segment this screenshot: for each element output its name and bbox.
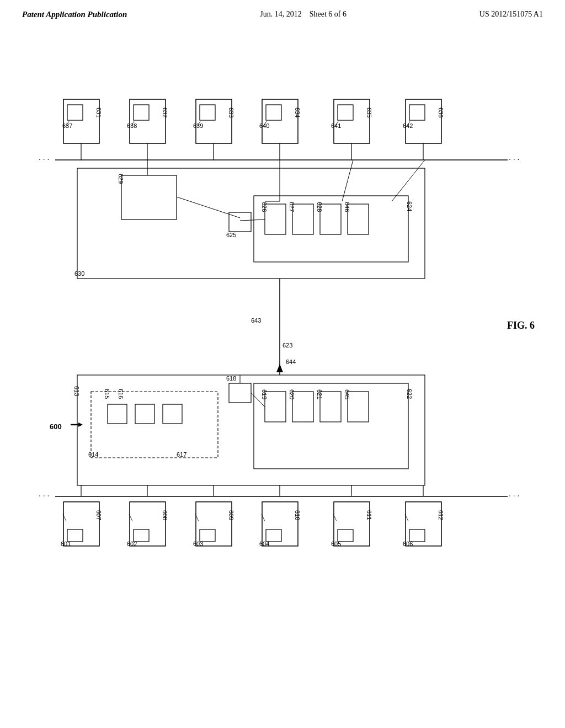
header-right-text: US 2012/151075 A1 [479, 10, 543, 19]
svg-text:625: 625 [226, 232, 236, 238]
svg-text:608: 608 [162, 510, 168, 520]
svg-rect-117 [266, 529, 281, 542]
header-left-text: Patent Application Publication [22, 10, 127, 19]
svg-rect-10 [196, 99, 232, 143]
svg-rect-101 [63, 502, 99, 546]
svg-rect-43 [254, 196, 408, 262]
svg-marker-132 [78, 422, 83, 427]
svg-text:646: 646 [344, 202, 350, 212]
svg-text:617: 617 [177, 451, 186, 458]
svg-rect-77 [163, 404, 182, 424]
svg-text:614: 614 [88, 451, 98, 458]
svg-text:630: 630 [74, 270, 84, 277]
svg-text:611: 611 [366, 510, 372, 520]
svg-text:620: 620 [289, 389, 295, 399]
svg-text:618: 618 [226, 375, 236, 382]
svg-text:632: 632 [162, 108, 168, 117]
svg-text:624: 624 [406, 201, 413, 211]
svg-text:626: 626 [261, 202, 268, 212]
svg-line-55 [240, 220, 265, 221]
svg-rect-5 [130, 99, 166, 143]
svg-rect-78 [229, 383, 251, 403]
svg-rect-116 [262, 502, 298, 546]
svg-text:639: 639 [193, 122, 203, 129]
svg-rect-6 [134, 105, 149, 120]
svg-text:612: 612 [438, 510, 444, 520]
svg-text:613: 613 [73, 386, 80, 396]
svg-text:641: 641 [331, 122, 341, 129]
patent-diagram-svg: 631 637 632 638 633 639 634 640 635 641 … [33, 83, 530, 689]
svg-text:643: 643 [251, 317, 261, 324]
header-center-text: Jun. 14, 2012 Sheet 6 of 6 [260, 10, 347, 19]
svg-rect-41 [121, 175, 177, 220]
svg-text:623: 623 [282, 342, 292, 349]
svg-text:. . .: . . . [509, 153, 519, 162]
svg-rect-11 [200, 105, 215, 120]
svg-rect-21 [338, 105, 353, 120]
svg-rect-106 [130, 502, 166, 546]
svg-rect-20 [334, 99, 370, 143]
svg-rect-112 [200, 529, 215, 542]
svg-text:609: 609 [228, 510, 234, 520]
svg-text:627: 627 [289, 202, 295, 212]
svg-line-56 [177, 197, 240, 218]
svg-rect-16 [266, 105, 281, 120]
svg-rect-107 [134, 529, 149, 542]
svg-text:. . .: . . . [39, 153, 49, 162]
svg-text:635: 635 [366, 108, 372, 117]
svg-text:621: 621 [316, 389, 323, 399]
svg-text:. . .: . . . [509, 489, 519, 498]
svg-rect-25 [406, 99, 441, 143]
svg-rect-1 [67, 105, 83, 120]
page-header: Patent Application Publication Jun. 14, … [0, 0, 565, 25]
svg-rect-26 [409, 105, 425, 120]
svg-text:603: 603 [193, 540, 203, 547]
svg-rect-76 [135, 404, 154, 424]
svg-text:. . .: . . . [39, 489, 49, 498]
svg-text:600: 600 [50, 422, 62, 431]
svg-text:631: 631 [95, 108, 102, 117]
svg-rect-15 [262, 99, 298, 143]
svg-rect-121 [334, 502, 370, 546]
svg-text:607: 607 [95, 510, 102, 520]
svg-rect-75 [108, 404, 127, 424]
svg-text:604: 604 [259, 540, 269, 547]
svg-text:629: 629 [118, 174, 124, 184]
svg-text:619: 619 [261, 389, 268, 399]
svg-text:615: 615 [104, 389, 110, 399]
svg-rect-126 [406, 502, 441, 546]
svg-text:610: 610 [294, 510, 301, 520]
svg-text:633: 633 [228, 108, 234, 117]
svg-rect-70 [91, 392, 218, 458]
svg-text:602: 602 [127, 540, 137, 547]
svg-rect-122 [338, 529, 353, 542]
svg-text:605: 605 [331, 540, 341, 547]
svg-text:640: 640 [259, 122, 269, 129]
svg-text:645: 645 [344, 389, 350, 399]
svg-text:642: 642 [403, 122, 413, 129]
svg-text:606: 606 [403, 540, 413, 547]
svg-line-61 [392, 160, 425, 201]
svg-text:634: 634 [294, 108, 301, 117]
svg-text:601: 601 [61, 540, 71, 547]
svg-line-60 [342, 160, 353, 201]
svg-text:644: 644 [286, 358, 296, 365]
svg-rect-80 [254, 383, 408, 469]
svg-text:638: 638 [127, 122, 137, 129]
svg-text:622: 622 [406, 389, 413, 399]
svg-rect-127 [409, 529, 425, 542]
svg-text:616: 616 [118, 389, 124, 399]
svg-text:628: 628 [316, 202, 323, 212]
diagram-area: 631 637 632 638 633 639 634 640 635 641 … [33, 83, 530, 689]
svg-rect-111 [196, 502, 232, 546]
svg-text:636: 636 [438, 108, 444, 117]
svg-rect-102 [67, 529, 83, 542]
